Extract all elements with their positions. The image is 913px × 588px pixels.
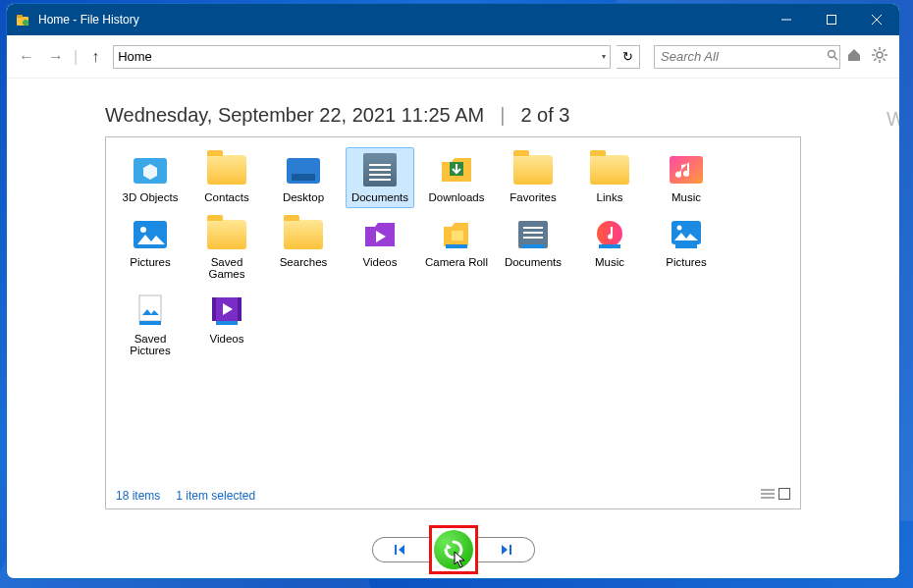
snapshot-header: Wednesday, September 22, 2021 11:25 AM |…	[19, 79, 887, 136]
search-box[interactable]	[654, 45, 840, 69]
folder-item[interactable]: Searches	[269, 212, 338, 285]
gear-icon[interactable]	[872, 47, 891, 67]
restore-button-highlight	[429, 525, 478, 574]
back-button[interactable]: ←	[15, 48, 38, 66]
svg-rect-33	[599, 244, 620, 248]
status-bar: 18 items 1 item selected	[116, 488, 790, 503]
folder-icon	[359, 217, 401, 252]
svg-point-24	[140, 227, 146, 233]
folder-icon	[589, 152, 630, 187]
folder-icon	[283, 152, 324, 187]
forward-button[interactable]: →	[44, 48, 68, 66]
close-button[interactable]	[854, 4, 899, 35]
next-snapshot-peek: Wedne	[886, 108, 899, 131]
maximize-button[interactable]	[809, 4, 854, 35]
svg-rect-28	[523, 227, 543, 229]
toolbar-separator: |	[74, 48, 78, 66]
minimize-button[interactable]	[764, 4, 809, 35]
folder-item[interactable]: Music	[652, 147, 721, 208]
svg-line-16	[884, 49, 886, 51]
folder-label: Pictures	[130, 256, 171, 268]
svg-point-2	[23, 20, 28, 26]
folder-label: Videos	[210, 333, 244, 345]
home-icon[interactable]	[846, 47, 866, 67]
search-icon[interactable]	[827, 49, 838, 64]
folder-label: Saved Games	[195, 256, 258, 280]
svg-rect-1	[17, 15, 23, 18]
content-area: Wednesday, September 22, 2021 11:25 AM |…	[7, 79, 899, 521]
search-input[interactable]	[661, 49, 827, 64]
address-dropdown-icon[interactable]: ▾	[602, 52, 606, 61]
folder-item[interactable]: Links	[575, 147, 644, 208]
up-button[interactable]: ↑	[83, 48, 107, 66]
folder-item[interactable]: 3D Objects	[116, 147, 185, 208]
svg-rect-38	[139, 321, 161, 325]
svg-line-15	[884, 58, 886, 60]
app-icon	[15, 12, 30, 27]
selection-count: 1 item selected	[176, 489, 255, 503]
svg-point-35	[677, 226, 682, 231]
folder-pane: 3D ObjectsContactsDesktopDocumentsDownlo…	[105, 136, 801, 509]
address-text: Home	[118, 49, 152, 64]
folder-icon	[206, 152, 247, 187]
folder-item[interactable]: Camera Roll	[422, 212, 491, 285]
restore-button[interactable]	[434, 530, 473, 569]
folder-item[interactable]: Pictures	[116, 212, 185, 285]
folder-icon	[436, 217, 477, 252]
previous-version-button[interactable]	[372, 537, 429, 562]
svg-rect-25	[446, 244, 467, 248]
folder-item[interactable]: Saved Games	[192, 212, 261, 285]
address-bar[interactable]: Home ▾	[113, 45, 611, 69]
folder-item[interactable]: Videos	[192, 289, 261, 361]
svg-rect-37	[139, 295, 161, 321]
folder-icon	[666, 217, 707, 252]
folder-label: 3D Objects	[123, 191, 179, 203]
titlebar[interactable]: Home - File History	[7, 4, 899, 35]
svg-line-14	[874, 49, 876, 51]
folder-icon	[512, 152, 554, 187]
folder-label: Downloads	[429, 191, 485, 203]
folder-label: Documents	[505, 256, 562, 268]
svg-rect-20	[292, 174, 315, 181]
svg-rect-4	[828, 16, 836, 25]
folder-item[interactable]: Music	[575, 212, 644, 285]
folder-label: Pictures	[666, 256, 707, 268]
folder-label: Documents	[351, 191, 408, 203]
svg-rect-42	[216, 321, 238, 325]
folder-item[interactable]: Documents	[346, 147, 414, 208]
folder-item[interactable]: Contacts	[192, 147, 261, 208]
svg-rect-22	[670, 156, 703, 184]
svg-point-7	[829, 51, 835, 58]
folder-icon	[512, 217, 554, 252]
folder-label: Contacts	[204, 191, 248, 203]
folder-icon	[666, 152, 707, 187]
snapshot-position: 2 of 3	[520, 104, 569, 127]
folder-item[interactable]: Documents	[499, 212, 567, 285]
folder-icon	[359, 152, 401, 187]
folder-icon	[130, 294, 171, 329]
svg-rect-34	[671, 221, 701, 244]
folder-label: Searches	[280, 256, 328, 268]
navigation-controls	[7, 521, 899, 578]
view-thumbnail-icon[interactable]	[779, 488, 790, 503]
folder-item[interactable]: Desktop	[269, 147, 338, 208]
folder-item[interactable]: Saved Pictures	[116, 289, 185, 361]
folder-icon	[130, 217, 171, 252]
folder-label: Videos	[363, 256, 398, 268]
file-history-window: Home - File History ← → | ↑ Home ▾ ↻	[6, 3, 900, 579]
folder-icon	[436, 152, 477, 187]
folder-icon	[283, 217, 324, 252]
folder-label: Music	[595, 256, 624, 268]
folder-item[interactable]: Pictures	[652, 212, 721, 285]
next-version-button[interactable]	[478, 537, 535, 562]
folder-item[interactable]: Downloads	[422, 147, 491, 208]
svg-rect-30	[523, 237, 543, 239]
svg-rect-36	[675, 244, 697, 248]
svg-rect-40	[212, 297, 216, 321]
folder-label: Favorites	[510, 191, 556, 203]
svg-rect-46	[779, 489, 790, 500]
refresh-button[interactable]: ↻	[617, 45, 640, 69]
folder-item[interactable]: Favorites	[499, 147, 567, 208]
folder-item[interactable]: Videos	[346, 212, 414, 285]
view-list-icon[interactable]	[761, 488, 775, 503]
